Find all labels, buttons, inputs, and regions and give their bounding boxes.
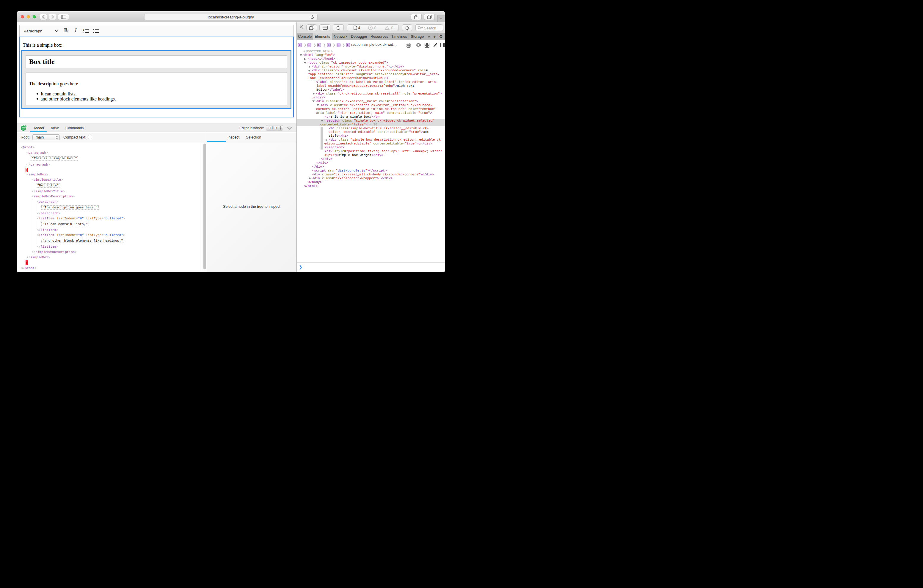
svg-text:5: 5 [25, 125, 26, 128]
svg-text:2: 2 [83, 31, 84, 34]
svg-text:1: 1 [83, 28, 84, 31]
